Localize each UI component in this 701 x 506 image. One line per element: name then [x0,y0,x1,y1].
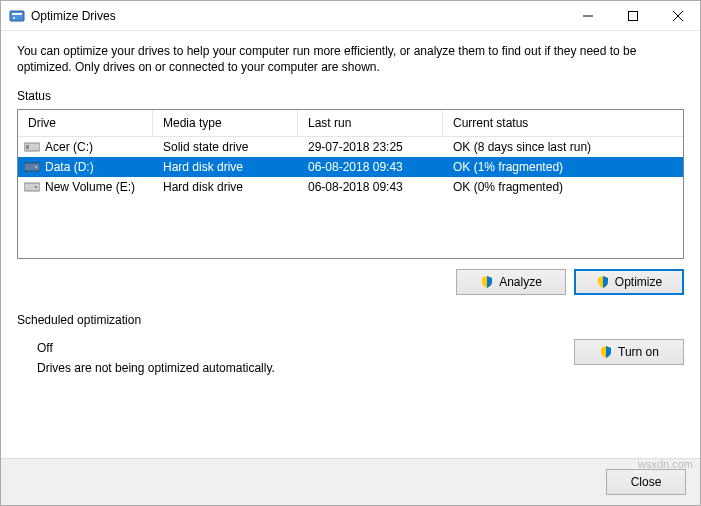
svg-rect-1 [12,13,22,15]
optimize-drives-window: Optimize Drives You can optimize your dr… [0,0,701,506]
schedule-state: Off [37,341,574,355]
svg-point-12 [35,186,37,188]
drive-media: Hard disk drive [153,180,298,194]
drive-row[interactable]: Acer (C:) Solid state drive 29-07-2018 2… [18,137,683,157]
turn-on-label: Turn on [618,345,659,359]
maximize-button[interactable] [610,1,655,30]
app-icon [9,8,25,24]
drive-status: OK (8 days since last run) [443,140,683,154]
column-status[interactable]: Current status [443,110,683,136]
status-label: Status [17,89,684,103]
drive-row[interactable]: New Volume (E:) Hard disk drive 06-08-20… [18,177,683,197]
optimize-button[interactable]: Optimize [574,269,684,295]
close-button[interactable] [655,1,700,30]
content-area: You can optimize your drives to help you… [1,31,700,458]
drive-lastrun: 06-08-2018 09:43 [298,160,443,174]
svg-rect-0 [10,11,24,21]
analyze-button[interactable]: Analyze [456,269,566,295]
hdd-icon [24,181,40,193]
shield-icon [480,275,494,289]
drive-list[interactable]: Drive Media type Last run Current status… [17,109,684,259]
drive-name: New Volume (E:) [45,180,135,194]
svg-point-2 [13,17,15,19]
column-lastrun[interactable]: Last run [298,110,443,136]
turn-on-button[interactable]: Turn on [574,339,684,365]
schedule-row: Off Drives are not being optimized autom… [17,333,684,375]
drive-lastrun: 06-08-2018 09:43 [298,180,443,194]
svg-point-10 [35,166,37,168]
drive-status: OK (1% fragmented) [443,160,683,174]
window-controls [565,1,700,30]
drive-name: Acer (C:) [45,140,93,154]
svg-rect-8 [26,145,29,149]
schedule-text: Off Drives are not being optimized autom… [17,333,574,375]
shield-icon [599,345,613,359]
analyze-label: Analyze [499,275,542,289]
svg-rect-9 [24,163,40,171]
hdd-icon [24,161,40,173]
drive-media: Solid state drive [153,140,298,154]
drive-list-header: Drive Media type Last run Current status [18,110,683,137]
optimize-label: Optimize [615,275,662,289]
shield-icon [596,275,610,289]
drive-media: Hard disk drive [153,160,298,174]
action-row: Analyze Optimize [17,269,684,295]
scheduled-label: Scheduled optimization [17,313,684,327]
drive-lastrun: 29-07-2018 23:25 [298,140,443,154]
drive-row[interactable]: Data (D:) Hard disk drive 06-08-2018 09:… [18,157,683,177]
svg-rect-11 [24,183,40,191]
svg-rect-4 [628,11,637,20]
column-drive[interactable]: Drive [18,110,153,136]
titlebar: Optimize Drives [1,1,700,31]
intro-text: You can optimize your drives to help you… [17,43,684,75]
schedule-description: Drives are not being optimized automatic… [37,361,574,375]
window-title: Optimize Drives [31,9,565,23]
close-dialog-button[interactable]: Close [606,469,686,495]
footer: Close [1,458,700,505]
ssd-icon [24,141,40,153]
minimize-button[interactable] [565,1,610,30]
drive-status: OK (0% fragmented) [443,180,683,194]
drive-name: Data (D:) [45,160,94,174]
column-media[interactable]: Media type [153,110,298,136]
